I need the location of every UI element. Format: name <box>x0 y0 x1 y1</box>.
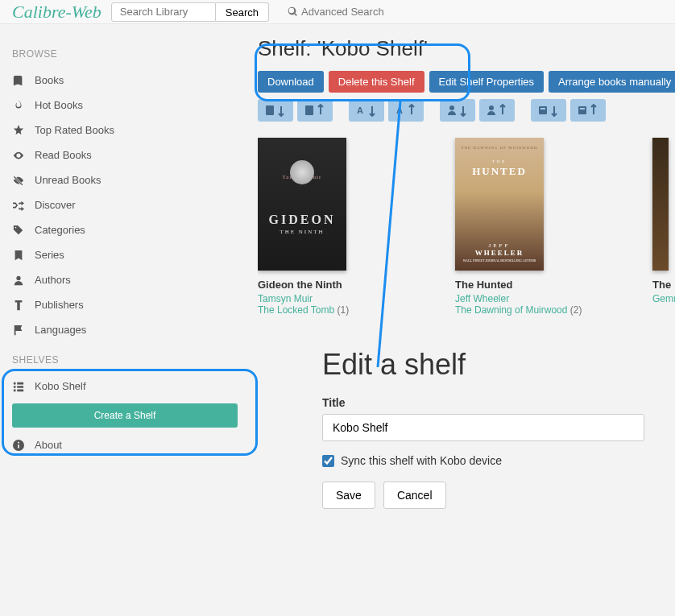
sidebar-item-read[interactable]: Read Books <box>12 143 161 167</box>
sort-icon <box>264 104 287 117</box>
eye-icon <box>13 150 24 161</box>
sidebar-item-authors[interactable]: Authors <box>12 267 161 292</box>
svg-rect-8 <box>578 106 586 114</box>
book-card[interactable]: The Gemm <box>652 138 675 316</box>
svg-rect-0 <box>266 105 274 115</box>
book-icon <box>13 75 24 86</box>
svg-rect-1 <box>305 105 313 115</box>
svg-point-4 <box>449 105 454 110</box>
svg-rect-6 <box>539 106 547 114</box>
fire-icon <box>13 100 24 111</box>
book-title: The Hunted <box>455 279 584 291</box>
sort-alpha-desc-button[interactable]: A <box>388 99 424 122</box>
shelf-heading: Shelf: 'Kobo Shelf' <box>258 36 675 61</box>
advanced-search-link[interactable]: Advanced Search <box>288 6 384 18</box>
book-series-link[interactable]: The Locked Tomb (1) <box>258 304 387 316</box>
book-card[interactable]: THE DAWNING OF MUIRWOOD THE HUNTED JEFF … <box>455 138 584 316</box>
brand-logo[interactable]: Calibre-Web <box>12 2 101 23</box>
book-author-link[interactable]: Jeff Wheeler <box>455 293 584 304</box>
sort-author-desc-button[interactable] <box>479 99 515 122</box>
sort-icon <box>304 104 326 117</box>
eye-slash-icon <box>13 175 24 186</box>
book-cover[interactable]: THE DAWNING OF MUIRWOOD THE HUNTED JEFF … <box>455 138 544 271</box>
arrange-button[interactable]: Arrange books manually <box>549 71 675 93</box>
sidebar-item-categories[interactable]: Categories <box>12 217 161 242</box>
svg-point-5 <box>489 105 494 110</box>
sidebar-item-discover[interactable]: Discover <box>12 192 161 217</box>
book-author-link[interactable]: Gemm <box>652 293 675 304</box>
svg-text:A: A <box>396 105 403 115</box>
star-icon <box>13 125 24 136</box>
flag-icon <box>13 325 24 336</box>
list-icon <box>13 381 24 392</box>
book-card[interactable]: Tamsyn Muir GIDEON THE NINTH Gideon the … <box>258 138 387 316</box>
random-icon <box>13 200 24 211</box>
sidebar-item-books[interactable]: Books <box>12 68 161 93</box>
sidebar-item-about[interactable]: About <box>12 432 161 457</box>
sort-icon <box>446 104 469 117</box>
tags-icon <box>13 225 24 236</box>
download-button[interactable]: Download <box>258 71 324 93</box>
svg-rect-7 <box>540 108 545 110</box>
sort-pub-asc-button[interactable] <box>531 99 566 122</box>
info-icon <box>13 440 24 451</box>
sidebar-item-publishers[interactable]: Publishers <box>12 292 161 317</box>
svg-rect-9 <box>580 108 585 110</box>
sort-icon: A <box>355 104 378 117</box>
book-cover[interactable]: Tamsyn Muir GIDEON THE NINTH <box>258 138 346 271</box>
sidebar-item-languages[interactable]: Languages <box>12 317 161 342</box>
sort-date-asc-button[interactable] <box>258 99 293 122</box>
sidebar-item-unread[interactable]: Unread Books <box>12 167 161 192</box>
book-cover[interactable] <box>652 138 669 271</box>
sort-author-asc-button[interactable] <box>440 99 475 122</box>
sort-icon <box>486 104 508 117</box>
user-icon <box>13 275 24 286</box>
sidebar-item-top-rated[interactable]: Top Rated Books <box>12 118 161 143</box>
sort-icon <box>577 104 599 117</box>
search-icon <box>288 6 298 17</box>
bookmark-icon <box>13 250 24 261</box>
sidebar-item-shelf-kobo[interactable]: Kobo Shelf <box>12 374 161 399</box>
sync-label: Sync this shelf with Kobo device <box>341 454 502 467</box>
book-title: The <box>652 279 675 291</box>
search-button[interactable]: Search <box>216 2 269 22</box>
cancel-button[interactable]: Cancel <box>383 482 446 509</box>
delete-shelf-button[interactable]: Delete this Shelf <box>329 71 424 93</box>
sidebar-item-hot[interactable]: Hot Books <box>12 93 161 118</box>
edit-shelf-button[interactable]: Edit Shelf Properties <box>429 71 545 93</box>
shelves-header: SHELVES <box>12 354 161 366</box>
sort-icon <box>537 104 560 117</box>
sort-icon: A <box>395 104 417 117</box>
title-label: Title <box>322 396 675 409</box>
book-title: Gideon the Ninth <box>258 279 387 291</box>
book-author-link[interactable]: Tamsyn Muir <box>258 293 387 304</box>
sort-alpha-asc-button[interactable]: A <box>349 99 384 122</box>
sidebar-item-series[interactable]: Series <box>12 242 161 267</box>
sort-pub-desc-button[interactable] <box>570 99 606 122</box>
save-button[interactable]: Save <box>322 482 375 509</box>
shelf-title-input[interactable] <box>322 414 644 441</box>
font-icon <box>13 300 24 311</box>
svg-text:A: A <box>357 105 363 115</box>
sort-date-desc-button[interactable] <box>297 99 333 122</box>
browse-header: BROWSE <box>12 48 161 60</box>
sync-checkbox[interactable] <box>322 455 334 467</box>
edit-shelf-heading: Edit a shelf <box>322 348 675 382</box>
book-series-link[interactable]: The Dawning of Muirwood (2) <box>455 304 584 316</box>
search-input[interactable] <box>111 2 216 22</box>
